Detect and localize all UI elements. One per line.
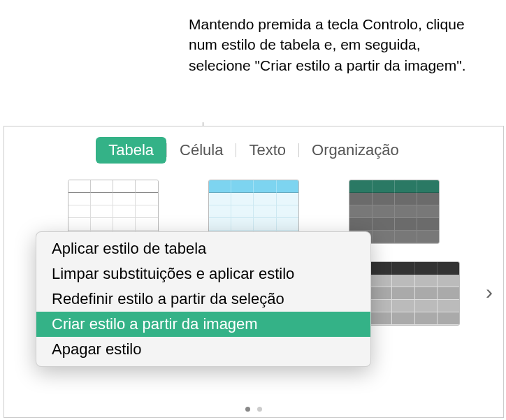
pager-dot-2[interactable] [257, 407, 262, 412]
tab-tabela[interactable]: Tabela [96, 137, 166, 164]
context-menu: Aplicar estilo de tabela Limpar substitu… [36, 231, 371, 367]
menu-item-redefine-from-selection[interactable]: Redefinir estilo a partir da seleção [36, 287, 370, 312]
menu-item-delete-style[interactable]: Apagar estilo [36, 337, 370, 362]
tab-celula[interactable]: Célula [167, 137, 236, 164]
menu-item-clear-overrides[interactable]: Limpar substituições e aplicar estilo [36, 261, 370, 287]
menu-item-apply-style[interactable]: Aplicar estilo de tabela [36, 236, 370, 261]
pager-dot-1[interactable] [245, 407, 250, 412]
table-style-grey[interactable] [369, 261, 460, 326]
menu-item-create-from-image[interactable]: Criar estilo a partir da imagem [36, 312, 370, 337]
annotation-text: Mantendo premida a tecla Controlo, cliqu… [189, 14, 482, 75]
chevron-right-icon[interactable]: › [486, 280, 493, 304]
inspector-panel: Tabela Célula Texto Organização [3, 126, 504, 418]
pager [4, 407, 503, 412]
tabs-bar: Tabela Célula Texto Organização [4, 126, 503, 176]
tab-texto[interactable]: Texto [236, 137, 298, 164]
tab-organizacao[interactable]: Organização [299, 137, 412, 164]
